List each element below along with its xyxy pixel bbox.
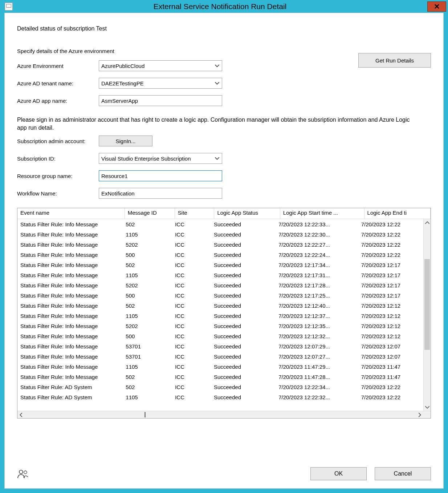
label-azure-environment: Azure Environment	[17, 63, 99, 69]
column-header[interactable]: Logic App Status	[214, 208, 280, 219]
table-cell: 7/20/2023 12:17	[358, 261, 423, 269]
table-row[interactable]: Status Filter Rule: Info Message1105ICCS…	[17, 311, 423, 321]
table-row[interactable]: Status Filter Rule: Info Message502ICCSu…	[17, 260, 423, 270]
table-cell: 502	[123, 383, 172, 391]
table-cell: 7/20/2023 12:17:28...	[276, 282, 358, 289]
table-cell: 1105	[123, 231, 172, 238]
chevron-down-icon	[215, 63, 220, 68]
table-cell: 7/20/2023 12:17	[358, 282, 423, 289]
close-button[interactable]: ✕	[427, 1, 446, 12]
table-cell: Status Filter Rule: Info Message	[17, 322, 123, 330]
table-row[interactable]: Status Filter Rule: Info Message53701ICC…	[17, 351, 423, 361]
table-cell: 7/20/2023 12:07:27...	[276, 353, 358, 360]
azure-environment-select[interactable]: AzurePublicCloud	[99, 60, 222, 71]
table-cell: Succeeded	[211, 383, 276, 391]
subscription-id-value: Visual Studio Enterprise Subscription	[101, 155, 191, 162]
table-cell: Status Filter Rule: Info Message	[17, 292, 123, 299]
table-cell: ICC	[172, 271, 211, 279]
table-row[interactable]: Status Filter Rule: Info Message5202ICCS…	[17, 280, 423, 290]
close-icon: ✕	[434, 3, 440, 10]
column-header[interactable]: Site	[175, 208, 215, 219]
column-header[interactable]: Event name	[17, 208, 125, 219]
scrollbar-corner	[423, 411, 431, 418]
table-row[interactable]: Status Filter Rule: AD System1105ICCSucc…	[17, 392, 423, 402]
table-row[interactable]: Status Filter Rule: Info Message1105ICCS…	[17, 270, 423, 280]
table-cell: Status Filter Rule: Info Message	[17, 221, 123, 228]
column-header[interactable]: Message ID	[125, 208, 175, 219]
table-row[interactable]: Status Filter Rule: Info Message502ICCSu…	[17, 219, 423, 229]
table-cell: 5202	[123, 241, 172, 248]
scroll-up-arrow-icon[interactable]	[424, 219, 431, 226]
svg-point-1	[24, 471, 27, 474]
table-row[interactable]: Status Filter Rule: Info Message1105ICCS…	[17, 229, 423, 239]
table-cell: ICC	[172, 393, 211, 401]
table-row[interactable]: Status Filter Rule: AD System502ICCSucce…	[17, 382, 423, 392]
table-cell: Status Filter Rule: Info Message	[17, 343, 123, 350]
sign-in-button[interactable]: SignIn...	[99, 136, 152, 146]
table-cell: Succeeded	[211, 322, 276, 330]
table-cell: 7/20/2023 12:22:34...	[276, 383, 358, 391]
table-cell: Status Filter Rule: Info Message	[17, 312, 123, 320]
table-body: Status Filter Rule: Info Message502ICCSu…	[17, 219, 423, 411]
specify-label: Specify details of the Azure environment	[17, 48, 114, 54]
ok-button[interactable]: OK	[310, 467, 367, 480]
table-cell: Status Filter Rule: Info Message	[17, 302, 123, 310]
tenant-name-value: DAE2ETestingPE	[101, 80, 144, 86]
cancel-button[interactable]: Cancel	[375, 467, 431, 480]
table-row[interactable]: Status Filter Rule: Info Message500ICCSu…	[17, 331, 423, 341]
app-name-field[interactable]: AsmServerApp	[99, 95, 222, 106]
horizontal-scrollbar[interactable]	[17, 411, 431, 418]
table-cell: 7/20/2023 11:47	[358, 373, 423, 381]
table-cell: 7/20/2023 12:22	[358, 383, 423, 391]
table-cell: Status Filter Rule: Info Message	[17, 251, 123, 259]
status-heading: Detailed status of subscription Test	[17, 25, 431, 32]
table-row[interactable]: Status Filter Rule: Info Message1105ICCS…	[17, 361, 423, 372]
workflow-name-input[interactable]: ExNotification	[99, 188, 222, 199]
workflow-name-value: ExNotification	[101, 190, 135, 197]
table-cell: ICC	[172, 302, 211, 310]
table-row[interactable]: Status Filter Rule: Info Message5202ICCS…	[17, 239, 423, 250]
table-cell: 1105	[123, 393, 172, 401]
table-cell: 7/20/2023 12:22	[358, 231, 423, 238]
table-row[interactable]: Status Filter Rule: Info Message5202ICCS…	[17, 321, 423, 331]
subscription-id-select[interactable]: Visual Studio Enterprise Subscription	[99, 153, 222, 164]
table-cell: ICC	[172, 312, 211, 320]
label-app-name: Azure AD app name:	[17, 98, 99, 104]
table-cell: Succeeded	[211, 221, 276, 228]
table-row[interactable]: Status Filter Rule: Info Message53701ICC…	[17, 341, 423, 351]
label-admin-account: Subscription admin account:	[17, 138, 99, 144]
scrollbar-thumb[interactable]	[424, 259, 430, 350]
scroll-right-arrow-icon[interactable]	[416, 411, 423, 418]
table-cell: Status Filter Rule: Info Message	[17, 282, 123, 289]
table-cell: ICC	[172, 292, 211, 299]
table-row[interactable]: Status Filter Rule: Info Message500ICCSu…	[17, 250, 423, 260]
table-cell: 7/20/2023 12:22:32...	[276, 393, 358, 401]
resource-group-input[interactable]: Resource1	[99, 170, 222, 181]
table-cell: 7/20/2023 12:07:29...	[276, 343, 358, 350]
table-row[interactable]: Status Filter Rule: Info Message502ICCSu…	[17, 300, 423, 311]
events-table: Event nameMessage IDSiteLogic App Status…	[17, 208, 431, 419]
window-system-icon[interactable]	[5, 3, 13, 11]
tenant-name-select[interactable]: DAE2ETestingPE	[99, 78, 222, 89]
scroll-left-arrow-icon[interactable]	[17, 411, 25, 418]
table-row[interactable]: Status Filter Rule: Info Message502ICCSu…	[17, 372, 423, 382]
vertical-scrollbar[interactable]	[423, 219, 431, 411]
table-row[interactable]: Status Filter Rule: Info Message500ICCSu…	[17, 290, 423, 300]
scroll-down-arrow-icon[interactable]	[424, 404, 431, 411]
table-cell: 7/20/2023 12:22:24...	[276, 251, 358, 259]
table-cell: ICC	[172, 221, 211, 228]
table-cell: Succeeded	[211, 292, 276, 299]
column-header[interactable]: Logic App Start time ...	[280, 208, 364, 219]
get-run-details-button[interactable]: Get Run Details	[358, 53, 431, 68]
client-area: Detailed status of subscription Test Spe…	[4, 13, 444, 489]
table-cell: 502	[123, 221, 172, 228]
table-cell: 7/20/2023 12:22	[358, 221, 423, 228]
table-cell: 7/20/2023 12:12:32...	[276, 332, 358, 340]
column-header[interactable]: Logic App End ti	[364, 208, 431, 219]
table-cell: 1105	[123, 363, 172, 371]
table-cell: 7/20/2023 12:22:27...	[276, 241, 358, 248]
table-cell: 7/20/2023 12:22:33...	[276, 221, 358, 228]
table-cell: 7/20/2023 12:17:31...	[276, 271, 358, 279]
table-cell: ICC	[172, 373, 211, 381]
dialog-window: External Service Notification Run Detail…	[0, 0, 448, 493]
